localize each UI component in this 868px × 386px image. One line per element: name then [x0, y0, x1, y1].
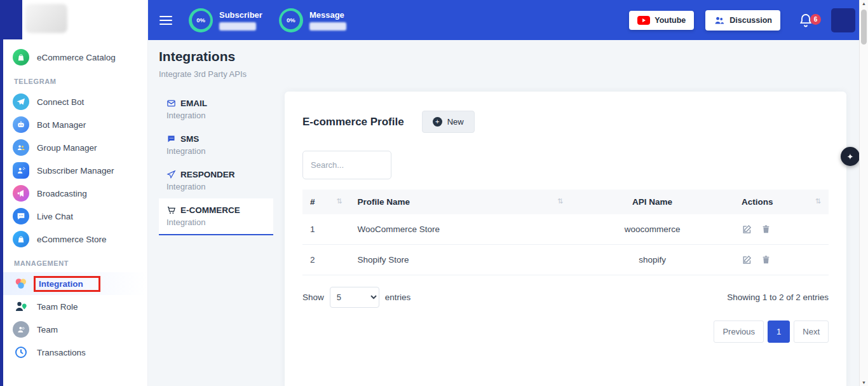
- tab-sms-integration[interactable]: SMS Integration: [159, 127, 273, 163]
- card-title: E-commerce Profile: [302, 116, 404, 128]
- paper-plane-icon: [166, 170, 176, 179]
- sidebar-section-telegram: TELEGRAM: [0, 69, 147, 90]
- tab-title: SMS: [180, 134, 199, 144]
- scroll-down-arrow[interactable]: ▼: [862, 380, 866, 385]
- sidebar-item-label: eCommerce Catalog: [37, 53, 116, 62]
- sidebar-item-integration[interactable]: Integration: [0, 272, 147, 295]
- edit-icon[interactable]: [742, 254, 752, 265]
- cell-api-name: woocommerce: [571, 214, 734, 245]
- redacted-subscriber-value: [219, 22, 256, 31]
- menu-toggle-button[interactable]: [159, 16, 172, 25]
- store-bag-icon: [13, 231, 29, 247]
- tab-responder-integration[interactable]: RESPONDER Integration: [159, 163, 273, 198]
- scrollbar[interactable]: ▲ ▼: [859, 0, 868, 386]
- sidebar-section-management: MANAGEMENT: [0, 251, 147, 272]
- delete-icon[interactable]: [761, 224, 771, 235]
- plus-icon: +: [433, 117, 442, 127]
- table-row: 2 Shopify Store shopify: [302, 245, 829, 275]
- collapsed-rail: [0, 0, 3, 386]
- sidebar-item-label: Connect Bot: [37, 97, 84, 107]
- tab-email-integration[interactable]: EMAIL Integration: [159, 92, 273, 127]
- telegram-icon: [13, 93, 29, 110]
- sidebar-item-label: eCommerce Store: [37, 235, 107, 244]
- tab-subtitle: Integration: [166, 146, 266, 156]
- collapsed-rail-logo: [0, 0, 22, 39]
- sidebar-item-team-role[interactable]: Team Role: [0, 295, 147, 318]
- delete-icon[interactable]: [761, 254, 771, 265]
- sidebar-item-label: Group Manager: [37, 143, 97, 153]
- sort-icon[interactable]: ⇅: [815, 197, 821, 205]
- discussion-button[interactable]: Discussion: [705, 10, 780, 31]
- user-avatar[interactable]: [831, 8, 855, 32]
- edit-icon[interactable]: [742, 224, 752, 235]
- youtube-button[interactable]: Youtube: [629, 11, 694, 30]
- sidebar-item-group-manager[interactable]: Group Manager: [0, 136, 147, 159]
- previous-page-button[interactable]: Previous: [714, 321, 764, 343]
- page-title: Integrations: [159, 49, 846, 64]
- sidebar-item-live-chat[interactable]: Live Chat: [0, 205, 147, 228]
- sidebar-item-label: Team Role: [37, 302, 78, 312]
- column-header-profile-name[interactable]: Profile Name ⇅: [350, 190, 571, 214]
- team-role-icon: [13, 298, 29, 315]
- subscriber-stat-label: Subscriber: [219, 10, 262, 20]
- sidebar-item-label: Live Chat: [37, 212, 73, 221]
- tab-ecommerce-integration[interactable]: E-COMMERCE Integration: [159, 198, 273, 235]
- sort-icon[interactable]: ⇅: [557, 197, 563, 205]
- transactions-icon: [13, 344, 29, 361]
- sparkle-icon: ✦: [847, 152, 854, 162]
- topbar-right: Youtube Discussion 6: [629, 8, 855, 32]
- scrollbar-thumb[interactable]: [861, 10, 867, 45]
- per-page-select[interactable]: 5: [330, 287, 379, 308]
- new-profile-button[interactable]: + New: [422, 111, 475, 133]
- sidebar: eCommerce Catalog TELEGRAM Connect Bot B…: [0, 0, 148, 386]
- cell-profile-name: Shopify Store: [350, 245, 571, 275]
- sidebar-item-bot-manager[interactable]: Bot Manager: [0, 113, 147, 136]
- show-label: Show: [302, 293, 324, 302]
- sort-icon[interactable]: ⇅: [336, 197, 342, 205]
- cell-num: 2: [302, 245, 350, 275]
- entries-label: entries: [385, 293, 411, 302]
- sidebar-item-team[interactable]: Team: [0, 318, 147, 341]
- main-area: 0% Subscriber 0% Message: [148, 0, 868, 386]
- ecommerce-profile-card: E-commerce Profile + New # ⇅: [285, 92, 846, 386]
- sidebar-item-label: Transactions: [37, 348, 86, 357]
- sidebar-item-subscriber-manager[interactable]: Subscriber Manager: [0, 159, 147, 182]
- assistant-fab-button[interactable]: ✦: [841, 147, 860, 166]
- column-header-actions[interactable]: Actions ⇅: [734, 190, 829, 214]
- app-window: eCommerce Catalog TELEGRAM Connect Bot B…: [0, 0, 868, 386]
- page-subtitle: Integrate 3rd Party APIs: [159, 69, 846, 79]
- subscriber-stat: 0% Subscriber: [189, 8, 262, 32]
- next-page-button[interactable]: Next: [794, 321, 829, 343]
- megaphone-icon: [13, 185, 29, 202]
- message-stat: 0% Message: [279, 8, 346, 32]
- cell-num: 1: [302, 214, 350, 245]
- topbar: 0% Subscriber 0% Message: [148, 0, 868, 40]
- integration-type-nav: EMAIL Integration SMS Integration: [159, 92, 273, 235]
- message-percent: 0%: [281, 11, 300, 29]
- column-header-num[interactable]: # ⇅: [302, 190, 350, 214]
- redacted-message-value: [309, 22, 346, 31]
- column-header-api-name[interactable]: API Name: [571, 190, 734, 214]
- message-progress-ring: 0%: [279, 8, 303, 32]
- scroll-up-arrow[interactable]: ▲: [862, 1, 866, 6]
- sidebar-item-transactions[interactable]: Transactions: [0, 341, 147, 364]
- sidebar-item-connect-bot[interactable]: Connect Bot: [0, 90, 147, 113]
- new-button-label: New: [447, 117, 464, 127]
- envelope-icon: [166, 99, 176, 108]
- search-input[interactable]: [302, 151, 391, 179]
- sidebar-item-broadcasting[interactable]: Broadcasting: [0, 182, 147, 205]
- notifications-button[interactable]: 6: [798, 13, 813, 28]
- subscriber-progress-ring: 0%: [189, 8, 213, 32]
- table-header-row: # ⇅ Profile Name ⇅ API Name: [302, 190, 829, 214]
- sidebar-item-label: Team: [37, 325, 58, 334]
- showing-entries-text: Showing 1 to 2 of 2 entries: [727, 293, 829, 302]
- sidebar-item-ecommerce-catalog[interactable]: eCommerce Catalog: [0, 46, 147, 69]
- sidebar-item-label: Broadcasting: [37, 189, 87, 198]
- cell-profile-name: WooCommerce Store: [350, 214, 571, 245]
- pagination: Previous 1 Next: [302, 321, 829, 343]
- sidebar-item-ecommerce-store[interactable]: eCommerce Store: [0, 228, 147, 251]
- shopping-bag-icon: [13, 49, 29, 65]
- tab-title: EMAIL: [180, 99, 207, 108]
- cell-api-name: shopify: [571, 245, 734, 275]
- page-1-button[interactable]: 1: [768, 321, 790, 343]
